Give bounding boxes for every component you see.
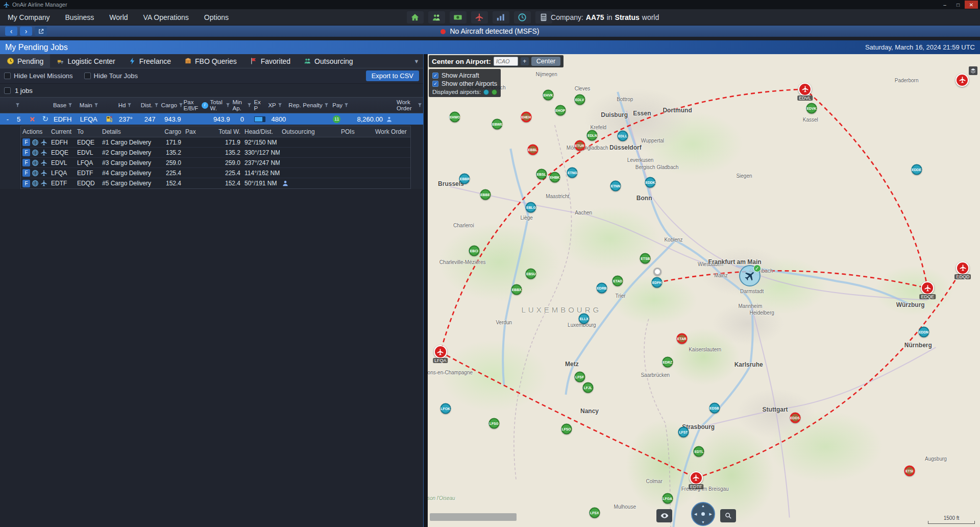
icao-input[interactable] <box>494 57 518 66</box>
leg-row[interactable]: FEDFHEDQE#1 Cargo Delivery171.9171.992°/… <box>21 137 410 148</box>
tab-logistic-center[interactable]: Logistic Center <box>50 54 121 68</box>
tab-fbo-queries[interactable]: FBO Queries <box>178 54 243 68</box>
airport-LFSO[interactable]: LFSO <box>561 424 572 435</box>
airport-ETNG[interactable]: ETNG <box>567 167 578 178</box>
menu-item-options[interactable]: Options <box>197 9 236 25</box>
airport-ETAR[interactable]: ETAR <box>676 333 687 344</box>
airport-LFGA[interactable]: LFGA <box>662 493 673 504</box>
airport-EBCI[interactable]: EBCI <box>469 246 479 256</box>
add-airport-button[interactable]: + <box>521 57 529 65</box>
hide-level-missions-checkbox[interactable]: Hide Level Missions <box>4 72 73 80</box>
column-header-pax[interactable]: Pax E/B/Fi <box>183 98 209 113</box>
globe-icon[interactable] <box>32 159 39 166</box>
airport-LFST[interactable]: LFST <box>678 426 689 437</box>
home-icon[interactable] <box>407 11 424 23</box>
airport-EDDN[interactable]: EDDN <box>918 326 929 337</box>
airport-EDLV[interactable]: EDLV <box>574 94 585 105</box>
column-header-main[interactable]: Main <box>79 98 104 113</box>
fly-button[interactable]: F <box>22 169 30 177</box>
checkbox-box[interactable]: ✓ <box>432 81 438 87</box>
fly-button[interactable]: F <box>22 159 30 166</box>
airport-EBBR[interactable]: EBBR <box>459 173 470 184</box>
airport-EHWO[interactable]: EHWO <box>450 112 460 123</box>
export-csv-button[interactable]: Export to CSV <box>366 70 419 81</box>
current-airport-ring-icon[interactable] <box>653 268 662 276</box>
menu-item-business[interactable]: Business <box>57 9 102 25</box>
accounting-icon[interactable] <box>535 11 552 23</box>
column-header-total-w[interactable]: Total W. <box>209 98 232 113</box>
center-button[interactable]: Center <box>531 57 561 66</box>
airport-ETUR[interactable]: ETUR <box>574 140 585 151</box>
close-button[interactable]: ✕ <box>965 1 978 9</box>
back-button[interactable]: ‹ <box>5 27 17 36</box>
airport-EBBX[interactable]: EBBX <box>511 284 522 295</box>
fly-button[interactable]: F <box>22 180 30 187</box>
pan-left-icon[interactable]: ◀ <box>694 512 697 516</box>
airport-EBLG[interactable]: EBLG <box>526 202 536 213</box>
airport-EHBK[interactable]: EHBK <box>549 172 560 182</box>
pan-center-dot[interactable] <box>701 512 705 516</box>
map-search-button[interactable] <box>720 509 736 522</box>
world-map[interactable]: NijmegenCleves's-HertogenboschBottropDui… <box>428 54 980 527</box>
job-main[interactable]: LFQA <box>79 113 104 125</box>
menu-item-world[interactable]: World <box>102 9 135 25</box>
pan-up-icon[interactable]: ▲ <box>701 504 705 508</box>
toggle-visibility-button[interactable] <box>656 509 672 522</box>
column-header-ex-p[interactable]: Ex P <box>253 98 267 113</box>
checkbox-box[interactable] <box>84 73 91 79</box>
job-row-selected[interactable]: - 5 ↻ EDFH LFQA 237° 247 943.9 943.9 0 4… <box>0 113 423 125</box>
map-pan-control[interactable]: ▲ ▼ ◀ ▶ <box>691 502 715 526</box>
hide-tour-jobs-checkbox[interactable]: Hide Tour Jobs <box>84 72 138 80</box>
airport-LFSF[interactable]: LFSF <box>574 371 585 382</box>
fly-button[interactable]: F <box>22 149 30 156</box>
airport-EDQE[interactable]: EDQE <box>921 281 934 295</box>
airport-EDDS[interactable]: EDDS <box>790 413 800 423</box>
airport-ETAD[interactable]: ETAD <box>612 275 623 286</box>
player-aircraft-marker[interactable]: ✓ <box>739 265 761 286</box>
airport-EDLN[interactable]: EDLN <box>587 130 598 141</box>
airport-EDVK[interactable]: EDVK <box>806 103 817 114</box>
globe-icon[interactable] <box>32 149 39 156</box>
airport-EDLL[interactable]: EDLL <box>617 131 628 141</box>
plane-icon[interactable] <box>40 180 47 187</box>
column-header-xp[interactable]: XP <box>267 98 287 113</box>
maximize-button[interactable]: □ <box>951 1 965 9</box>
airport-EBSU[interactable]: EBSU <box>526 268 536 279</box>
airport-LFSX[interactable]: LFSX <box>589 508 600 518</box>
column-header-min-ap[interactable]: Min Ap. <box>231 98 253 113</box>
select-all-checkbox[interactable] <box>4 87 11 94</box>
column-header-dist[interactable]: Dist. <box>140 98 160 113</box>
info-icon[interactable]: i <box>202 102 208 109</box>
airport-LFSG[interactable]: LFSG <box>488 418 499 429</box>
airport-EDQD[interactable]: EDQD <box>956 261 969 275</box>
menu-item-va-operations[interactable]: VA Operations <box>136 9 197 25</box>
leg-row[interactable]: FEDQEEDVL#2 Cargo Delivery135.2135.2330°… <box>21 148 410 158</box>
column-header-work-order[interactable]: Work Order <box>396 98 423 113</box>
airport-EHOP[interactable]: EHOP <box>555 105 566 116</box>
show-other-airports-checkbox[interactable]: ✓ Show other Airports <box>432 80 497 87</box>
globe-icon[interactable] <box>32 170 39 177</box>
leg-row[interactable]: FEDTFEDQD#5 Cargo Delivery152.4152.450°/… <box>21 178 410 188</box>
column-header-pay[interactable]: Pay <box>331 98 384 113</box>
airport-ELLX[interactable]: ELLX <box>579 313 590 324</box>
job-base[interactable]: EDFH <box>52 113 79 125</box>
pan-down-icon[interactable]: ▼ <box>701 520 705 524</box>
airport-EBBE[interactable]: EBBE <box>480 189 491 200</box>
leg-row[interactable]: FLFQAEDTF#4 Cargo Delivery225.4225.4114°… <box>21 168 410 178</box>
airport-EDTL[interactable]: EDTL <box>694 446 704 457</box>
airport-EDRB[interactable]: EDRB <box>596 283 607 294</box>
airport-EDSB[interactable]: EDSB <box>709 402 720 413</box>
tabs-dropdown-caret[interactable]: ▼ <box>410 58 423 64</box>
airport-ETNN[interactable]: ETNN <box>610 181 621 191</box>
airport-LFQA[interactable]: LFQA <box>434 345 447 358</box>
column-header-hd[interactable]: Hd <box>117 98 140 113</box>
airport-EDRZ[interactable]: EDRZ <box>662 356 673 367</box>
schedule-icon[interactable] <box>514 11 531 23</box>
column-header-cargo[interactable]: Cargo <box>160 98 183 113</box>
person-icon[interactable] <box>282 180 289 187</box>
airport-ETSB[interactable]: ETSB <box>640 253 651 264</box>
tracking-icon[interactable] <box>471 11 488 23</box>
forward-button[interactable]: › <box>20 27 32 36</box>
map-layers-button[interactable] <box>969 66 977 75</box>
airport-EBWE[interactable]: EBWE <box>492 119 503 130</box>
